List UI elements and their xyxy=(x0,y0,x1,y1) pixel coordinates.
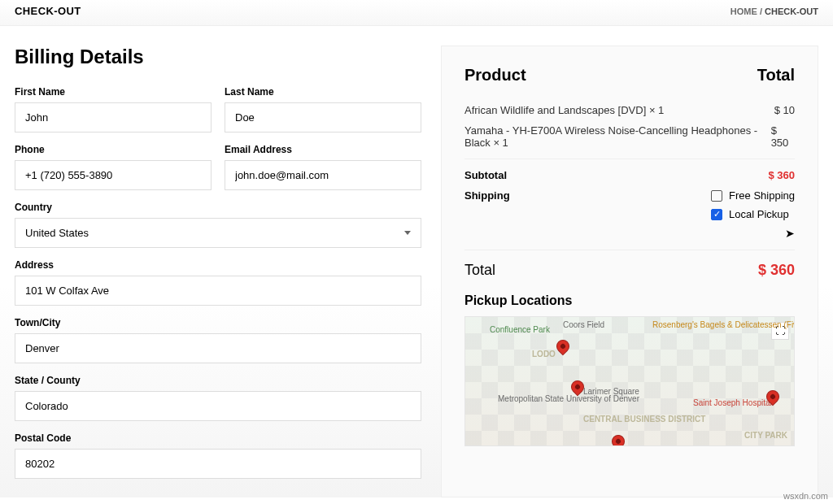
chevron-down-icon xyxy=(404,231,411,235)
city-label: Town/City xyxy=(15,317,421,328)
subtotal-value: $ 360 xyxy=(768,169,795,181)
country-select[interactable]: United States xyxy=(15,218,421,248)
order-line: Yamaha - YH-E700A Wireless Noise-Cancell… xyxy=(464,124,795,149)
checkbox-checked-icon: ✓ xyxy=(711,209,722,220)
map-pin-icon[interactable] xyxy=(609,432,628,446)
state-label: State / County xyxy=(15,375,421,386)
map-label: Rosenberg's Bagels & Delicatessen (Five … xyxy=(652,320,795,329)
top-bar: CHECK-OUT HOME / CHECK-OUT xyxy=(0,0,833,26)
order-line-price: $ 10 xyxy=(774,104,795,116)
breadcrumb-home[interactable]: HOME xyxy=(731,7,757,16)
shipping-label: Shipping xyxy=(464,189,510,240)
shipping-option-free[interactable]: Free Shipping xyxy=(711,189,795,202)
map-label: Confluence Park xyxy=(490,325,550,334)
state-field[interactable] xyxy=(15,391,421,421)
pickup-map[interactable]: ⛶ Confluence Park Coors Field Rosenberg'… xyxy=(464,316,795,446)
map-label: Metropolitan State University of Denver xyxy=(498,394,639,403)
watermark: wsxdn.com xyxy=(783,491,828,501)
map-label: CENTRAL BUSINESS DISTRICT xyxy=(583,415,705,424)
postal-field[interactable] xyxy=(15,449,421,479)
map-label: LODO xyxy=(532,350,556,358)
phone-label: Phone xyxy=(15,144,212,155)
last-name-label: Last Name xyxy=(225,86,421,98)
breadcrumb-current: CHECK-OUT xyxy=(765,7,818,16)
last-name-field[interactable] xyxy=(225,102,421,133)
shipping-option-local-pickup[interactable]: ✓ Local Pickup xyxy=(711,208,795,220)
subtotal-label: Subtotal xyxy=(464,169,507,181)
first-name-label: First Name xyxy=(15,86,212,98)
cursor-icon: ➤ xyxy=(785,227,795,240)
pickup-locations-heading: Pickup Locations xyxy=(464,293,795,308)
first-name-field[interactable] xyxy=(15,102,212,133)
phone-field[interactable] xyxy=(15,160,212,190)
order-summary-panel: Product Total African Wildlife and Lands… xyxy=(441,46,818,497)
address-label: Address xyxy=(15,259,421,271)
order-line-price: $ 350 xyxy=(771,124,795,149)
order-line-desc: Yamaha - YH-E700A Wireless Noise-Cancell… xyxy=(464,124,771,149)
divider xyxy=(464,250,795,250)
shipping-option-label: Local Pickup xyxy=(729,208,789,220)
divider xyxy=(464,159,795,159)
checkbox-unchecked-icon xyxy=(711,190,722,202)
city-field[interactable] xyxy=(15,333,421,363)
total-heading: Total xyxy=(757,66,795,85)
email-field[interactable] xyxy=(225,160,421,190)
shipping-option-label: Free Shipping xyxy=(729,189,795,202)
breadcrumb: HOME / CHECK-OUT xyxy=(731,7,818,16)
country-label: Country xyxy=(15,202,421,213)
map-label: CITY PARK xyxy=(744,431,787,440)
billing-details-panel: Billing Details First Name Last Name Pho… xyxy=(15,46,421,497)
address-field[interactable] xyxy=(15,276,421,306)
order-line: African Wildlife and Landscapes [DVD] × … xyxy=(464,104,795,116)
page-header-title: CHECK-OUT xyxy=(15,5,81,17)
total-label: Total xyxy=(464,262,495,279)
billing-heading: Billing Details xyxy=(15,46,421,68)
map-label: Saint Joseph Hospital xyxy=(693,398,772,407)
postal-label: Postal Code xyxy=(15,432,421,444)
country-value: United States xyxy=(25,227,89,239)
order-line-desc: African Wildlife and Landscapes [DVD] × … xyxy=(464,104,664,116)
map-label: Coors Field xyxy=(563,320,604,329)
email-label: Email Address xyxy=(225,144,421,155)
product-heading: Product xyxy=(464,66,526,85)
map-pin-icon[interactable] xyxy=(554,337,573,356)
total-value: $ 360 xyxy=(758,262,795,279)
